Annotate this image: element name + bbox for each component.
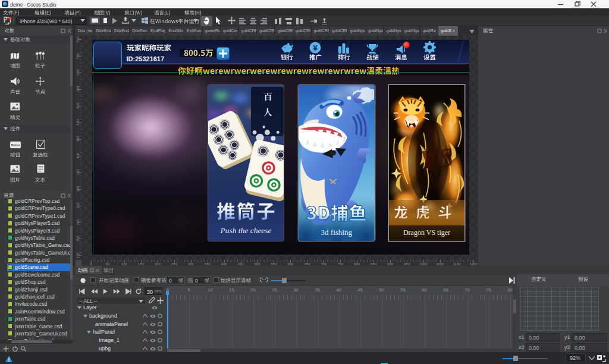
svg-text:¥: ¥ (313, 43, 318, 52)
svg-text:Button: Button (11, 144, 20, 147)
